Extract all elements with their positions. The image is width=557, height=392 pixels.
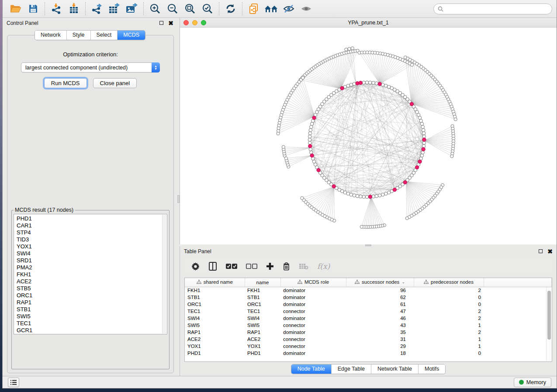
mcds-result-item[interactable]: SWI5	[17, 313, 167, 320]
tab-edge-table[interactable]: Edge Table	[332, 364, 371, 374]
splitter-grip[interactable]	[177, 195, 180, 203]
criterion-dropdown[interactable]: largest connected component (undirected)…	[21, 62, 160, 72]
zoom-out-icon[interactable]	[164, 1, 181, 16]
settings-gear-icon[interactable]	[191, 262, 200, 271]
column-type-icon	[298, 280, 302, 284]
toggle-column-icon[interactable]	[208, 262, 217, 271]
mcds-result-item[interactable]: RAP1	[17, 299, 167, 306]
tab-network-table[interactable]: Network Table	[371, 364, 419, 374]
table-panel: Table Panel ✖	[180, 246, 557, 376]
table-cell: ACE2	[245, 336, 280, 343]
table-cell: dominator	[280, 287, 346, 294]
tab-mcds[interactable]: MCDS	[118, 31, 145, 40]
tab-network[interactable]: Network	[35, 31, 67, 40]
table-row[interactable]: PHD1PHD1dominator180	[185, 350, 552, 357]
network-canvas[interactable]	[180, 28, 557, 244]
column-header-name[interactable]: name	[245, 278, 280, 287]
mcds-result-item[interactable]: ORC1	[17, 292, 167, 299]
network-graph[interactable]	[180, 28, 557, 243]
table-row[interactable]: RAP1RAP1dominator352	[185, 329, 552, 336]
hide-selected-icon[interactable]	[280, 1, 298, 16]
mcds-result-item[interactable]: FKH1	[17, 271, 167, 278]
zoom-in-icon[interactable]	[146, 1, 164, 16]
list-icon	[10, 380, 17, 385]
add-row-icon[interactable]	[266, 262, 274, 270]
tab-style[interactable]: Style	[67, 31, 91, 40]
table-panel-tabs: Node TableEdge TableNetwork TableMotifs	[291, 364, 446, 374]
tab-select[interactable]: Select	[91, 31, 118, 40]
export-table-icon[interactable]	[106, 1, 123, 16]
table-scrollbar[interactable]	[546, 287, 551, 361]
refresh-view-icon[interactable]	[222, 1, 239, 16]
splitter-grip[interactable]	[365, 244, 371, 246]
task-history-button[interactable]	[8, 378, 19, 387]
tab-motifs[interactable]: Motifs	[419, 364, 445, 374]
mcds-result-item[interactable]: CAR1	[17, 222, 167, 229]
mcds-result-item[interactable]: PHD1	[17, 215, 167, 222]
table-row[interactable]: STB1STB1dominator620	[185, 294, 552, 301]
mcds-result-item[interactable]: STB1	[17, 306, 167, 313]
mcds-list-scrollbar[interactable]	[162, 215, 166, 334]
zoom-selected-icon[interactable]	[199, 1, 216, 16]
mcds-result-item[interactable]: ACE2	[17, 278, 167, 285]
first-neighbors-icon[interactable]	[263, 1, 280, 16]
mcds-result-item[interactable]: TEC1	[17, 320, 167, 327]
mcds-result-item[interactable]: GCR1	[17, 327, 167, 334]
export-image-icon[interactable]	[123, 1, 141, 16]
table-cell: PHD1	[185, 350, 245, 357]
float-window-icon[interactable]	[159, 21, 163, 25]
table-cell-filler	[484, 329, 552, 336]
mcds-result-item[interactable]: STB5	[17, 285, 167, 292]
close-panel-icon[interactable]: ✖	[547, 249, 553, 254]
search-input[interactable]	[446, 6, 548, 12]
table-cell: ORC1	[245, 301, 280, 308]
table-scrollbar-thumb[interactable]	[547, 291, 551, 340]
table-row[interactable]: SWI4SWI4dominator462	[185, 315, 552, 322]
run-mcds-button[interactable]: Run MCDS	[44, 78, 87, 88]
memory-button[interactable]: Memory	[514, 378, 551, 387]
tab-node-table[interactable]: Node Table	[291, 364, 332, 374]
export-network-icon[interactable]	[88, 1, 106, 16]
network-window-titlebar[interactable]: YPA_prune.txt_1	[180, 18, 557, 28]
zoom-fit-icon[interactable]	[181, 1, 199, 16]
close-panel-icon[interactable]: ✖	[168, 21, 173, 25]
table-cell: 0	[414, 301, 484, 308]
close-panel-button[interactable]: Close panel	[93, 78, 137, 88]
select-all-icon[interactable]	[226, 263, 237, 269]
save-session-icon[interactable]	[24, 1, 42, 16]
table-row[interactable]: YOX1YOX1connector291	[185, 343, 552, 350]
table-row[interactable]: FKH1FKH1dominator962	[185, 287, 552, 294]
mcds-result-item[interactable]: SWI4	[17, 250, 167, 257]
table-row[interactable]: ORC1ORC1dominator610	[185, 301, 552, 308]
apply-function-icon: f(x)	[317, 262, 330, 271]
show-all-icon[interactable]	[298, 1, 315, 16]
column-header-successor-nodes[interactable]: successor nodes⌄	[346, 278, 414, 287]
table-row[interactable]: TEC1TEC1connector472	[185, 308, 552, 315]
table-cell: dominator	[280, 315, 346, 322]
duplicate-network-icon[interactable]	[245, 1, 263, 16]
mcds-result-item[interactable]: STP4	[17, 229, 167, 236]
table-cell: 2	[414, 315, 484, 322]
vertical-splitter[interactable]	[177, 18, 180, 376]
table-row[interactable]: ACE2ACE2connector311	[185, 336, 552, 343]
column-header-predecessor-nodes[interactable]: predecessor nodes	[414, 278, 484, 287]
deselect-all-icon[interactable]	[246, 263, 257, 269]
table-row[interactable]: SWI5SWI5connector431	[185, 322, 552, 329]
table-cell: 46	[346, 315, 414, 322]
mcds-result-item[interactable]: YOX1	[17, 243, 167, 250]
mcds-result-item[interactable]: SRD1	[17, 257, 167, 264]
open-file-icon[interactable]	[7, 1, 24, 16]
table-cell: dominator	[280, 329, 346, 336]
mcds-result-item[interactable]: PMA2	[17, 264, 167, 271]
column-header-MCDS-role[interactable]: MCDS role	[280, 278, 346, 287]
import-network-icon[interactable]	[48, 1, 65, 16]
network-view-frame: YPA_prune.txt_1	[180, 18, 557, 244]
mcds-result-list[interactable]: PHD1CAR1STP4TID3YOX1SWI4SRD1PMA2FKH1ACE2…	[14, 214, 167, 334]
mcds-result-item[interactable]: TID3	[17, 236, 167, 243]
delete-row-icon[interactable]	[283, 262, 290, 271]
horizontal-splitter[interactable]	[180, 244, 557, 246]
import-table-icon[interactable]	[65, 1, 83, 16]
column-header-shared-name[interactable]: shared name	[185, 278, 245, 287]
memory-status-icon	[519, 380, 524, 385]
float-window-icon[interactable]	[539, 249, 543, 253]
